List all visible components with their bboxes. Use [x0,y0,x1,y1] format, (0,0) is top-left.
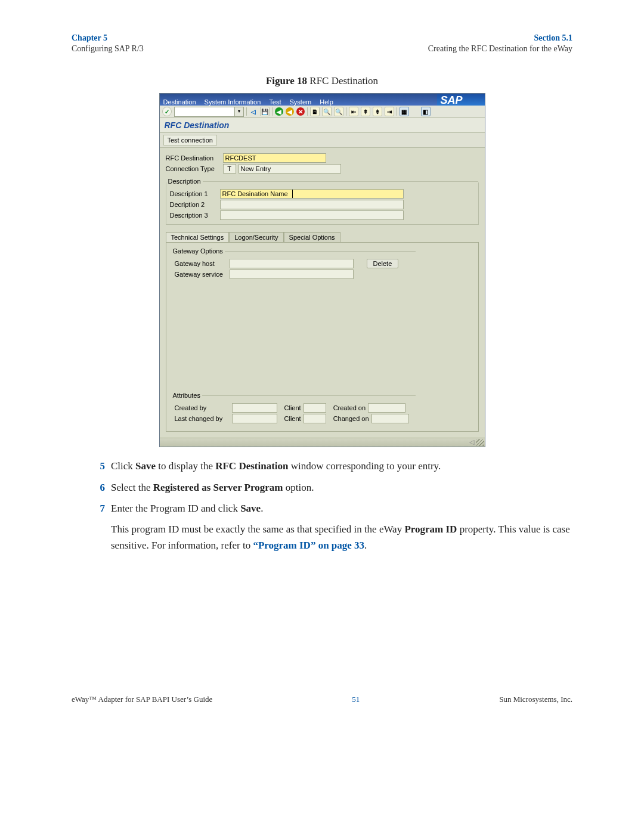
footer-left: eWay™ Adapter for SAP BAPI User’s Guide [72,695,212,704]
connection-type-label: Connection Type [166,165,221,172]
step-6: 6 Select the Registered as Server Progra… [72,479,572,496]
step-number: 7 [72,500,105,554]
new-session-icon[interactable]: ▦ [400,107,409,116]
changed-on-label: Changed on [333,415,369,422]
resize-grip-icon[interactable] [476,439,484,446]
delete-button[interactable]: Delete [367,259,399,268]
changed-on-field [371,414,409,423]
tab-technical-settings[interactable]: Technical Settings [166,232,230,243]
section-label: Section 5.1 [428,33,572,44]
created-on-label: Created on [333,404,366,411]
enter-icon[interactable]: ✓ [162,107,172,116]
created-by-field [232,403,277,413]
sap-window: Destination System Information Test Syst… [159,93,485,447]
test-connection-button[interactable]: Test connection [163,135,217,145]
client-label-1: Client [284,404,301,411]
tab-special-options[interactable]: Special Options [284,232,340,243]
connection-type-desc: New Entry [239,164,341,174]
next-page-icon[interactable]: ⇟ [373,107,382,116]
rfc-destination-field[interactable]: RFCDEST [223,153,326,163]
menu-item[interactable]: Test [269,98,281,106]
page-number: 51 [352,695,360,704]
text-cursor [292,190,293,198]
sap-toolbar: ✓ ▾ ◁ 💾 ◀ ◀ ✕ 🗎 🔍 🔍 ⇤ ⇞ ⇟ ⇥ ▦ ◧ [160,106,485,118]
screen-title: RFC Destination [160,118,485,133]
client-field-2 [304,414,326,423]
gateway-service-label: Gateway service [175,271,227,278]
menu-item[interactable]: Help [320,98,333,106]
sap-menubar: Destination System Information Test Syst… [160,94,485,106]
cross-reference-link[interactable]: “Program ID” on page 33 [253,540,364,551]
find-next-icon[interactable]: 🔍 [334,107,343,116]
description-group: Description Description 1 RFC Desination… [166,182,479,225]
step-number: 5 [72,458,105,474]
connection-type-field[interactable]: T [223,164,236,174]
exit-icon[interactable]: ◀ [286,107,294,116]
description1-field[interactable]: RFC Desination Name [220,189,404,199]
chapter-label: Chapter 5 [72,33,144,44]
page-footer: eWay™ Adapter for SAP BAPI User’s Guide … [72,695,572,704]
page-header: Chapter 5 Configuring SAP R/3 Section 5.… [72,33,572,54]
step-number: 6 [72,479,105,496]
cancel-icon[interactable]: ✕ [296,107,305,116]
tab-logon-security[interactable]: Logon/Security [229,232,283,243]
chapter-title: Configuring SAP R/3 [72,44,144,54]
last-changed-label: Last changed by [175,415,230,422]
client-label-2: Client [284,415,301,422]
section-title: Creating the RFC Destination for the eWa… [428,44,572,54]
screen-body: RFC Destination RFCDEST Connection Type … [160,148,485,438]
figure-caption: Figure 18 RFC Destination [72,75,572,87]
first-page-icon[interactable]: ⇤ [349,107,358,116]
description2-field[interactable] [220,200,404,209]
rfc-destination-label: RFC Destination [166,154,221,162]
figure-number: Figure 18 [266,75,307,86]
created-on-field [368,403,405,413]
step-7: 7 Enter the Program ID and click Save. T… [72,500,572,554]
dropdown-icon[interactable]: ▾ [234,107,243,116]
find-icon[interactable]: 🔍 [322,107,332,116]
gateway-options-group: Gateway Options Gateway host Delete Gate… [171,252,473,283]
description3-label: Description 3 [170,212,218,219]
menu-item[interactable]: Destination [163,98,196,106]
gateway-host-field[interactable] [230,259,354,268]
print-icon[interactable]: 🗎 [310,107,320,116]
back-icon[interactable]: ◁ [249,107,258,116]
attributes-group: Attributes Created by Client Created on … [171,397,473,428]
app-toolbar: Test connection [160,133,485,148]
back-green-icon[interactable]: ◀ [275,107,283,116]
gateway-service-field[interactable] [230,270,354,279]
last-page-icon[interactable]: ⇥ [385,107,394,116]
tab-content: Gateway Options Gateway host Delete Gate… [166,242,479,432]
attributes-label: Attributes [171,392,202,399]
menu-item[interactable]: System Information [205,98,261,106]
description1-label: Description 1 [170,190,218,197]
description-group-label: Description [166,178,203,185]
step-5: 5 Click Save to display the RFC Destinat… [72,458,572,474]
footer-right: Sun Microsystems, Inc. [499,695,572,704]
shortcut-icon[interactable]: ◧ [421,107,431,116]
status-bar: ◁ [160,438,485,447]
description2-label: Decription 2 [170,201,218,208]
created-by-label: Created by [175,404,230,411]
client-field-1 [304,403,326,413]
page-content: Chapter 5 Configuring SAP R/3 Section 5.… [72,33,572,558]
instruction-steps: 5 Click Save to display the RFC Destinat… [72,458,572,553]
gateway-host-label: Gateway host [175,260,227,267]
save-icon[interactable]: 💾 [260,107,270,116]
last-changed-field [232,414,277,423]
gateway-options-label: Gateway Options [171,247,225,255]
tabstrip: Technical Settings Logon/Security Specia… [166,232,479,243]
prev-page-icon[interactable]: ⇞ [361,107,370,116]
command-field[interactable]: ▾ [174,107,244,117]
scroll-left-icon[interactable]: ◁ [469,438,474,446]
description3-field[interactable] [220,210,404,220]
menu-item[interactable]: System [290,98,312,106]
figure-title: RFC Destination [307,75,378,86]
